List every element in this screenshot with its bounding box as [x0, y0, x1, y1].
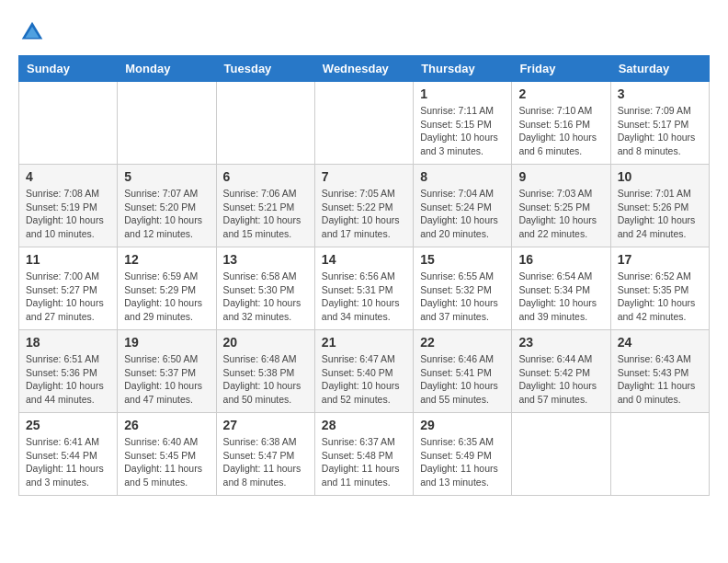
day-info: Sunrise: 7:10 AM Sunset: 5:16 PM Dayligh…	[518, 104, 603, 158]
day-number: 8	[420, 169, 505, 184]
calendar-week-row: 11Sunrise: 7:00 AM Sunset: 5:27 PM Dayli…	[19, 247, 710, 330]
calendar-cell	[216, 82, 314, 165]
calendar-cell: 1Sunrise: 7:11 AM Sunset: 5:15 PM Daylig…	[414, 82, 512, 165]
calendar-cell: 24Sunrise: 6:43 AM Sunset: 5:43 PM Dayli…	[610, 330, 709, 413]
col-header-friday: Friday	[512, 56, 610, 82]
day-info: Sunrise: 7:06 AM Sunset: 5:21 PM Dayligh…	[223, 187, 308, 241]
day-info: Sunrise: 6:50 AM Sunset: 5:37 PM Dayligh…	[124, 352, 209, 407]
day-info: Sunrise: 6:41 AM Sunset: 5:44 PM Dayligh…	[26, 435, 110, 489]
day-number: 16	[518, 252, 603, 267]
col-header-sunday: Sunday	[19, 56, 118, 82]
day-number: 25	[26, 418, 110, 432]
day-number: 21	[322, 335, 406, 350]
calendar-cell: 9Sunrise: 7:03 AM Sunset: 5:25 PM Daylig…	[512, 165, 610, 247]
day-number: 18	[26, 335, 110, 350]
day-number: 2	[518, 86, 603, 101]
day-info: Sunrise: 7:08 AM Sunset: 5:19 PM Dayligh…	[26, 187, 110, 241]
day-info: Sunrise: 6:52 AM Sunset: 5:35 PM Dayligh…	[618, 270, 702, 324]
calendar-cell: 16Sunrise: 6:54 AM Sunset: 5:34 PM Dayli…	[512, 247, 610, 330]
calendar-cell: 20Sunrise: 6:48 AM Sunset: 5:38 PM Dayli…	[216, 330, 314, 413]
day-number: 15	[420, 252, 505, 267]
day-number: 7	[322, 169, 406, 184]
calendar-cell: 26Sunrise: 6:40 AM Sunset: 5:45 PM Dayli…	[118, 413, 216, 496]
calendar-cell: 8Sunrise: 7:04 AM Sunset: 5:24 PM Daylig…	[414, 165, 512, 247]
calendar-week-row: 1Sunrise: 7:11 AM Sunset: 5:15 PM Daylig…	[19, 82, 710, 165]
calendar-cell: 12Sunrise: 6:59 AM Sunset: 5:29 PM Dayli…	[118, 247, 216, 330]
day-number: 12	[124, 252, 209, 267]
day-number: 17	[618, 252, 702, 267]
day-info: Sunrise: 7:07 AM Sunset: 5:20 PM Dayligh…	[124, 187, 209, 241]
calendar-cell: 18Sunrise: 6:51 AM Sunset: 5:36 PM Dayli…	[19, 330, 118, 413]
calendar-cell: 22Sunrise: 6:46 AM Sunset: 5:41 PM Dayli…	[414, 330, 512, 413]
col-header-thursday: Thursday	[414, 56, 512, 82]
day-number: 26	[124, 418, 209, 432]
col-header-monday: Monday	[118, 56, 216, 82]
day-info: Sunrise: 6:55 AM Sunset: 5:32 PM Dayligh…	[420, 270, 505, 324]
day-number: 13	[223, 252, 308, 267]
day-number: 11	[26, 252, 110, 267]
day-number: 3	[618, 86, 702, 101]
calendar-cell	[314, 82, 413, 165]
calendar-cell: 3Sunrise: 7:09 AM Sunset: 5:17 PM Daylig…	[610, 82, 709, 165]
day-info: Sunrise: 6:47 AM Sunset: 5:40 PM Dayligh…	[322, 352, 406, 407]
day-number: 14	[322, 252, 406, 267]
day-number: 23	[518, 335, 603, 350]
day-number: 28	[322, 418, 406, 432]
calendar-cell	[512, 413, 610, 496]
day-number: 22	[420, 335, 505, 350]
calendar-cell: 13Sunrise: 6:58 AM Sunset: 5:30 PM Dayli…	[216, 247, 314, 330]
day-info: Sunrise: 6:59 AM Sunset: 5:29 PM Dayligh…	[124, 270, 209, 324]
day-info: Sunrise: 7:00 AM Sunset: 5:27 PM Dayligh…	[26, 270, 110, 324]
day-info: Sunrise: 6:54 AM Sunset: 5:34 PM Dayligh…	[518, 270, 603, 324]
day-number: 4	[26, 169, 110, 184]
page-header	[18, 18, 710, 46]
calendar-cell: 17Sunrise: 6:52 AM Sunset: 5:35 PM Dayli…	[610, 247, 709, 330]
day-info: Sunrise: 7:04 AM Sunset: 5:24 PM Dayligh…	[420, 187, 505, 241]
day-number: 20	[223, 335, 308, 350]
calendar-cell: 14Sunrise: 6:56 AM Sunset: 5:31 PM Dayli…	[314, 247, 413, 330]
day-info: Sunrise: 6:38 AM Sunset: 5:47 PM Dayligh…	[223, 435, 308, 489]
calendar-cell: 7Sunrise: 7:05 AM Sunset: 5:22 PM Daylig…	[314, 165, 413, 247]
calendar-cell: 25Sunrise: 6:41 AM Sunset: 5:44 PM Dayli…	[19, 413, 118, 496]
calendar-week-row: 25Sunrise: 6:41 AM Sunset: 5:44 PM Dayli…	[19, 413, 710, 496]
day-info: Sunrise: 7:11 AM Sunset: 5:15 PM Dayligh…	[420, 104, 505, 158]
calendar-cell: 28Sunrise: 6:37 AM Sunset: 5:48 PM Dayli…	[314, 413, 413, 496]
day-info: Sunrise: 7:03 AM Sunset: 5:25 PM Dayligh…	[518, 187, 603, 241]
day-number: 6	[223, 169, 308, 184]
day-number: 29	[420, 418, 505, 432]
day-number: 19	[124, 335, 209, 350]
day-info: Sunrise: 7:05 AM Sunset: 5:22 PM Dayligh…	[322, 187, 406, 241]
day-info: Sunrise: 6:51 AM Sunset: 5:36 PM Dayligh…	[26, 352, 110, 407]
day-info: Sunrise: 6:46 AM Sunset: 5:41 PM Dayligh…	[420, 352, 505, 407]
calendar-week-row: 4Sunrise: 7:08 AM Sunset: 5:19 PM Daylig…	[19, 165, 710, 247]
calendar-cell: 19Sunrise: 6:50 AM Sunset: 5:37 PM Dayli…	[118, 330, 216, 413]
calendar-cell: 29Sunrise: 6:35 AM Sunset: 5:49 PM Dayli…	[414, 413, 512, 496]
calendar-cell	[118, 82, 216, 165]
col-header-tuesday: Tuesday	[216, 56, 314, 82]
calendar-week-row: 18Sunrise: 6:51 AM Sunset: 5:36 PM Dayli…	[19, 330, 710, 413]
calendar-cell: 6Sunrise: 7:06 AM Sunset: 5:21 PM Daylig…	[216, 165, 314, 247]
day-number: 27	[223, 418, 308, 432]
day-info: Sunrise: 7:09 AM Sunset: 5:17 PM Dayligh…	[618, 104, 702, 158]
day-number: 9	[518, 169, 603, 184]
calendar-cell: 5Sunrise: 7:07 AM Sunset: 5:20 PM Daylig…	[118, 165, 216, 247]
calendar-cell: 10Sunrise: 7:01 AM Sunset: 5:26 PM Dayli…	[610, 165, 709, 247]
col-header-saturday: Saturday	[610, 56, 709, 82]
col-header-wednesday: Wednesday	[314, 56, 413, 82]
day-number: 5	[124, 169, 209, 184]
day-info: Sunrise: 6:40 AM Sunset: 5:45 PM Dayligh…	[124, 435, 209, 489]
day-number: 10	[618, 169, 702, 184]
day-info: Sunrise: 6:43 AM Sunset: 5:43 PM Dayligh…	[618, 352, 702, 407]
day-info: Sunrise: 6:58 AM Sunset: 5:30 PM Dayligh…	[223, 270, 308, 324]
calendar-table: SundayMondayTuesdayWednesdayThursdayFrid…	[18, 55, 710, 496]
logo-icon	[18, 18, 46, 46]
calendar-cell: 11Sunrise: 7:00 AM Sunset: 5:27 PM Dayli…	[19, 247, 118, 330]
day-info: Sunrise: 6:35 AM Sunset: 5:49 PM Dayligh…	[420, 435, 505, 489]
calendar-cell: 2Sunrise: 7:10 AM Sunset: 5:16 PM Daylig…	[512, 82, 610, 165]
day-info: Sunrise: 6:48 AM Sunset: 5:38 PM Dayligh…	[223, 352, 308, 407]
day-number: 1	[420, 86, 505, 101]
day-info: Sunrise: 6:37 AM Sunset: 5:48 PM Dayligh…	[322, 435, 406, 489]
calendar-cell	[610, 413, 709, 496]
calendar-cell: 27Sunrise: 6:38 AM Sunset: 5:47 PM Dayli…	[216, 413, 314, 496]
calendar-cell	[19, 82, 118, 165]
